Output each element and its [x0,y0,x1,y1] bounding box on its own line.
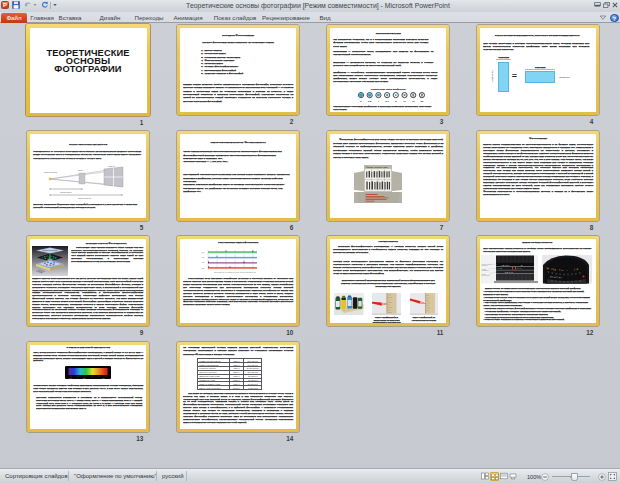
svg-text:550: 550 [83,378,86,379]
svg-text:8 16: 8 16 [517,267,522,270]
svg-text:расстояний: расстояний [482,274,490,276]
svg-text:5.6: 5.6 [559,269,564,272]
svg-text:16: 16 [412,99,415,101]
svg-text:16 8: 16 8 [498,267,503,270]
svg-text:спектральная чувствительность: спектральная чувствительность цветной фо… [214,271,256,273]
svg-text:источник света: источник света [44,171,58,173]
svg-text:4 2 1 2 4: 4 2 1 2 4 [501,264,510,267]
svg-text:экран 2: экран 2 [108,165,115,167]
svg-text:22: 22 [420,99,423,101]
svg-text:11: 11 [403,99,406,101]
svg-text:800: 800 [202,251,205,253]
svg-text:расстояние d: расстояние d [60,191,72,193]
svg-text:200: 200 [202,267,205,269]
svg-text:600: 600 [202,256,205,258]
svg-text:2: 2 [360,99,362,101]
svg-text:400: 400 [202,262,205,264]
svg-text:резкости: резкости [482,265,488,266]
svg-text:Фотон ЭКСПО 100: Фотон ЭКСПО 100 [366,166,388,169]
svg-text:3 5 7 15: 3 5 7 15 [505,271,514,274]
svg-text:2,8: 2,8 [368,99,372,101]
svg-text:8: 8 [395,99,397,101]
svg-text:диафрагм: диафрагм [482,269,489,271]
svg-text:400: 400 [69,378,72,379]
svg-text:расстояние 2d: расстояние 2d [78,197,91,199]
svg-text:экран: экран [78,169,83,171]
svg-text:4: 4 [377,99,379,101]
svg-text:700: 700 [102,378,105,379]
svg-text:5,6: 5,6 [385,99,389,101]
